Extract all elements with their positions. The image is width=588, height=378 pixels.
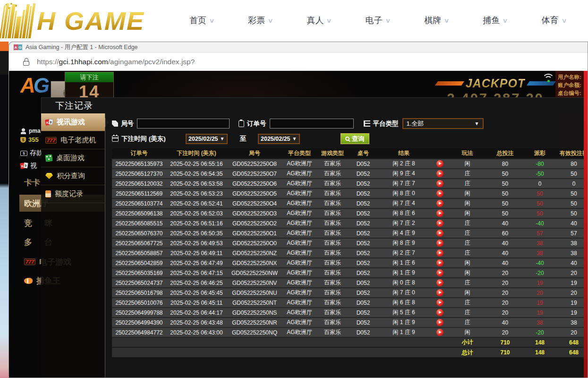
- replay-play-icon[interactable]: [436, 200, 443, 207]
- menu-item-视讯游戏[interactable]: K9视讯游戏: [41, 113, 105, 131]
- replay-play-icon[interactable]: [436, 319, 443, 326]
- nav-item-真人[interactable]: 真人∨: [307, 15, 332, 26]
- replay-play-icon[interactable]: [436, 180, 443, 187]
- cell-bet: 40: [485, 258, 525, 268]
- replay-play-icon[interactable]: [436, 220, 443, 227]
- replay-play-icon[interactable]: [436, 279, 443, 286]
- cell-order: 250225065103774: [112, 198, 166, 208]
- cell-play_icon: [430, 298, 450, 308]
- replay-play-icon[interactable]: [436, 309, 443, 316]
- subtotal-cell: [378, 337, 430, 347]
- cell-platform: AG欧洲厅: [282, 268, 316, 278]
- chevron-down-icon: ∨: [444, 17, 450, 24]
- nav-item-首页[interactable]: 首页∨: [189, 15, 214, 26]
- cell-table: D052: [349, 268, 378, 278]
- nav-item-电子[interactable]: 电子∨: [366, 15, 391, 26]
- cell-round: GD052252250NX: [227, 258, 282, 268]
- cell-play_icon: [430, 248, 450, 258]
- jackpot-label: JACKPOT: [466, 77, 525, 90]
- cell-game: 百家乐: [316, 189, 349, 198]
- cell-valid: 40: [554, 218, 588, 228]
- diamond-icon: [45, 173, 53, 179]
- replay-play-icon[interactable]: [436, 269, 443, 276]
- nav-item-label: 真人: [307, 15, 324, 26]
- cell-game: 百家乐: [316, 238, 349, 248]
- menu-item-电子老虎机[interactable]: 777电子老虎机: [41, 131, 105, 149]
- search-button[interactable]: 查询: [341, 133, 369, 144]
- nav-item-体育[interactable]: 体育∨: [542, 15, 567, 26]
- site-logo[interactable]: H GAME: [2, 2, 145, 40]
- nav-item-label: 捕鱼: [483, 15, 500, 26]
- cell-valid: 20: [554, 268, 588, 278]
- cell-result: 闲 2 庄 8: [378, 159, 430, 169]
- cell-game: 百家乐: [316, 198, 349, 208]
- subtotal-cell: [227, 337, 282, 347]
- replay-play-icon[interactable]: [436, 230, 443, 237]
- replay-play-icon[interactable]: [436, 259, 443, 266]
- cell-platform: AG欧洲厅: [282, 258, 316, 268]
- jackpot-orange-bar: [435, 81, 464, 86]
- cell-payout: 38: [525, 318, 554, 327]
- replay-play-icon[interactable]: [436, 289, 443, 296]
- menu-item-积分查询[interactable]: 积分查询: [41, 167, 105, 185]
- cell-bet: 20: [485, 288, 525, 298]
- person-icon: [20, 128, 26, 134]
- sidebar-username: pma: [20, 128, 41, 134]
- nav-item-棋牌[interactable]: 棋牌∨: [424, 15, 449, 26]
- menu-item-桌面游戏[interactable]: 桌面游戏: [41, 149, 105, 167]
- replay-play-icon[interactable]: [436, 249, 443, 257]
- column-header: 结果: [378, 148, 430, 159]
- cell-play: 闲: [450, 159, 485, 169]
- nav-item-彩票[interactable]: 彩票∨: [248, 15, 273, 26]
- cell-time: 2025-02-25 06:45:45: [166, 288, 227, 298]
- replay-play-icon[interactable]: [436, 240, 443, 247]
- sidebar-deposit[interactable]: $存款: [20, 149, 43, 157]
- total-cell: [430, 347, 450, 357]
- date-from-picker[interactable]: 2025/02/25▼: [186, 134, 228, 144]
- cell-bet: 20: [485, 308, 525, 318]
- replay-play-icon[interactable]: [436, 170, 443, 177]
- chevron-down-icon: ▼: [220, 136, 225, 141]
- replay-play-icon[interactable]: [436, 190, 443, 197]
- table-row: 2502250650855152025-02-25 06:51:16GD0522…: [112, 218, 588, 228]
- cell-play: 庄: [450, 248, 485, 258]
- subtotal-cell: [112, 337, 166, 347]
- order-number-input[interactable]: [270, 119, 354, 129]
- total-cell: [316, 347, 349, 357]
- menu-item-额度记录[interactable]: 额度记录: [41, 185, 105, 203]
- cell-result: 闲 9 庄 4: [378, 169, 430, 179]
- sidebar-video-games[interactable]: K9视: [20, 162, 37, 170]
- wifi-signal-icon: [542, 74, 555, 84]
- cell-result: 闲 7 庄 7: [378, 179, 430, 189]
- browser-window: AG Asia Gaming - 用户配置 1 - Microsoft Edge…: [9, 42, 588, 378]
- round-number-input[interactable]: [137, 119, 230, 129]
- url-text[interactable]: https://gci.1hhapi.com/agingame/pcv2/ind…: [37, 58, 195, 66]
- date-to-picker[interactable]: 2025/02/25▼: [258, 134, 300, 144]
- tag-icon: [112, 120, 118, 127]
- browser-address-bar[interactable]: https://gci.1hhapi.com/agingame/pcv2/ind…: [9, 53, 588, 71]
- nav-item-label: 彩票: [248, 15, 265, 26]
- cell-order: 250225065085515: [112, 218, 166, 228]
- cell-payout: 20: [525, 288, 554, 298]
- cell-result: 闲 8 庄 6: [378, 208, 430, 218]
- replay-play-icon[interactable]: [436, 210, 443, 217]
- cell-valid: 80: [554, 159, 588, 169]
- table-row: 2502250650247372025-02-25 06:46:25GD0522…: [112, 278, 588, 288]
- cell-order: 250225065112569: [112, 189, 166, 198]
- cell-bet: 50: [485, 169, 525, 179]
- replay-play-icon[interactable]: [436, 329, 443, 336]
- replay-play-icon[interactable]: [436, 160, 443, 167]
- platform-type-select[interactable]: 1.全部▼: [402, 118, 484, 129]
- lock-icon[interactable]: [23, 61, 29, 66]
- browser-title-text: Asia Gaming - 用户配置 1 - Microsoft Edge: [26, 43, 138, 52]
- platform-filter-label: 平台类型: [364, 120, 399, 128]
- money-bag-icon: $: [20, 137, 26, 143]
- nav-item-捕鱼[interactable]: 捕鱼∨: [483, 15, 508, 26]
- table-row: 2502250651200322025-02-25 06:53:58GD0522…: [112, 179, 588, 189]
- cell-table: D052: [349, 327, 378, 337]
- replay-play-icon[interactable]: [436, 299, 443, 306]
- subtotal-cell: [316, 337, 349, 347]
- ag-game-page: AGASIA GAMING 请下注 14 JACKPOT 2,407,287.2…: [9, 71, 588, 378]
- cell-bet: 60: [485, 228, 525, 238]
- order-filter-label: 订单号: [239, 120, 266, 128]
